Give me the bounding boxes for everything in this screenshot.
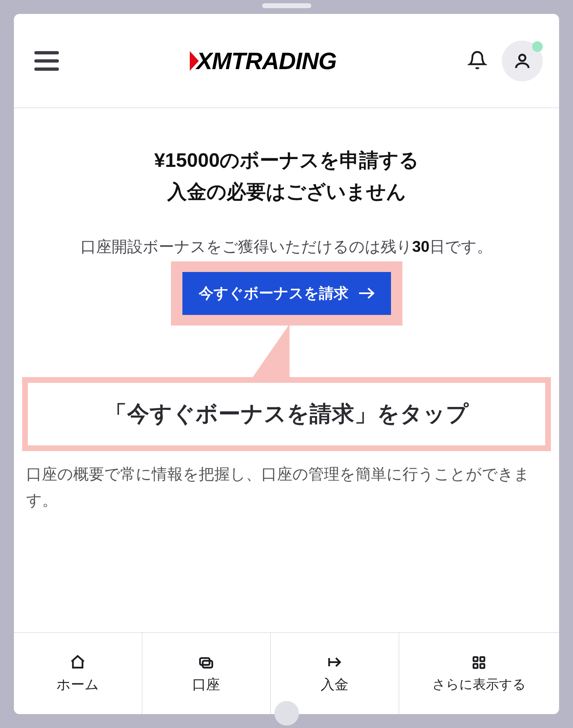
home-icon: [70, 653, 86, 671]
arrow-right-icon: [358, 285, 375, 301]
grid-icon: [471, 654, 487, 672]
account-icon: [198, 653, 214, 671]
description-text: 口座の概要で常に情報を把握し、口座の管理を簡単に行うことができます。: [14, 451, 559, 514]
svg-rect-6: [474, 657, 478, 661]
callout-text: 「今すぐボーナスを請求」をタップ: [35, 399, 538, 429]
cta-label: 今すぐボーナスを請求: [199, 283, 348, 303]
hero-title-line2: 入金の必要はございません: [30, 176, 543, 208]
tab-more-label: さらに表示する: [432, 676, 526, 694]
svg-point-0: [519, 54, 525, 61]
tab-more[interactable]: さらに表示する: [399, 633, 559, 714]
svg-rect-8: [474, 664, 478, 668]
cta-highlight: 今すぐボーナスを請求: [171, 261, 402, 377]
brand-name: XMTRADING: [196, 47, 336, 74]
hero-title-line1: ¥15000のボーナスを申請する: [30, 145, 543, 176]
svg-rect-9: [481, 664, 485, 668]
cta-highlight-bg: 今すぐボーナスを請求: [171, 261, 402, 326]
deposit-icon: [326, 653, 343, 671]
hero-subtext: 口座開設ボーナスをご獲得いただけるのは残り30日です。: [30, 236, 543, 257]
hero-title: ¥15000のボーナスを申請する 入金の必要はございません: [30, 145, 543, 208]
callout-area: 「今すぐボーナスを請求」をタップ: [14, 377, 559, 451]
hero-section: ¥15000のボーナスを申請する 入金の必要はございません 口座開設ボーナスをご…: [14, 108, 559, 377]
device-frame: XMTRADING ¥15000のボーナスを申請する 入金の必要はございません …: [0, 0, 573, 728]
tab-home-label: ホーム: [56, 675, 99, 694]
home-indicator[interactable]: [274, 701, 299, 726]
menu-icon[interactable]: [34, 51, 59, 71]
callout-box: 「今すぐボーナスを請求」をタップ: [22, 377, 551, 451]
app-header: XMTRADING: [14, 14, 559, 108]
hero-days: 30: [412, 238, 429, 255]
tab-deposit-label: 入金: [321, 675, 348, 694]
hero-sub-prefix: 口座開設ボーナスをご獲得いただけるのは残り: [81, 238, 412, 255]
app-screen: XMTRADING ¥15000のボーナスを申請する 入金の必要はございません …: [14, 14, 559, 714]
tab-home[interactable]: ホーム: [14, 633, 142, 714]
svg-rect-7: [481, 657, 485, 661]
claim-bonus-button[interactable]: 今すぐボーナスを請求: [182, 272, 391, 315]
hero-sub-suffix: 日です。: [429, 238, 492, 255]
bell-icon[interactable]: [467, 50, 487, 72]
tab-account[interactable]: 口座: [142, 633, 271, 714]
status-dot-icon: [532, 41, 543, 52]
device-notch: [262, 3, 311, 8]
header-actions: [467, 40, 543, 81]
tab-account-label: 口座: [192, 675, 220, 694]
callout-pointer-icon: [253, 324, 290, 377]
profile-button[interactable]: [502, 40, 543, 81]
brand-logo: XMTRADING: [190, 47, 336, 74]
